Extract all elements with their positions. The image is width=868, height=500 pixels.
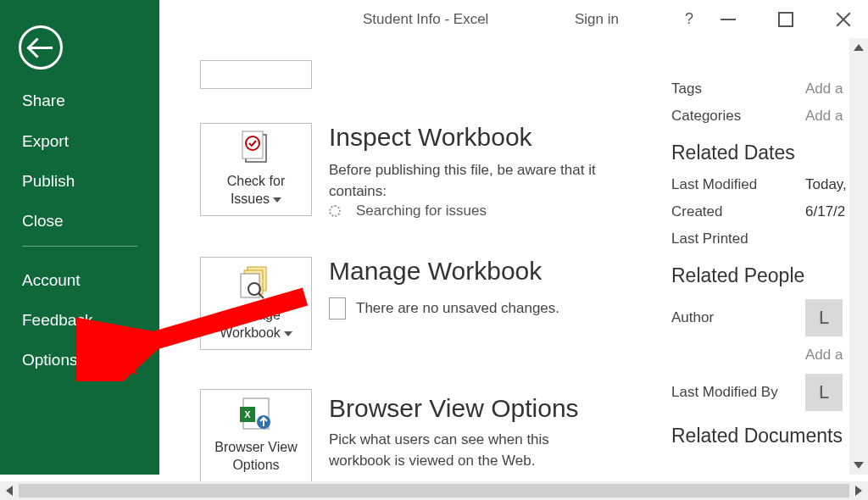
manage-workbook-heading: Manage Workbook (329, 257, 542, 286)
related-people-heading: Related People (671, 264, 868, 287)
browser-view-heading: Browser View Options (329, 394, 579, 423)
last-printed-label: Last Printed (671, 231, 805, 247)
manage-workbook-desc: There are no unsaved changes. (329, 297, 559, 319)
backstage-sidebar: Share Export Publish Close Account Feedb… (0, 0, 159, 475)
scroll-track[interactable] (19, 484, 849, 497)
sidebar-item-publish[interactable]: Publish (22, 172, 75, 191)
sign-in-link[interactable]: Sign in (575, 11, 619, 28)
check-for-issues-icon (201, 124, 311, 173)
author-label: Author (671, 309, 805, 326)
help-button[interactable]: ? (685, 10, 693, 28)
manage-workbook-label: Manage Workbook (220, 308, 281, 340)
document-icon (329, 297, 346, 319)
sidebar-item-options[interactable]: Options (22, 351, 77, 369)
chevron-down-icon (273, 197, 281, 203)
inspect-workbook-desc: Before publishing this file, be aware th… (329, 160, 609, 202)
scroll-right-button[interactable] (849, 481, 868, 500)
tags-value[interactable]: Add a (805, 81, 843, 97)
horizontal-scrollbar[interactable] (0, 481, 868, 500)
sidebar-item-account[interactable]: Account (22, 271, 81, 290)
sidebar-item-share[interactable]: Share (22, 92, 65, 110)
browser-view-options-icon: X (201, 390, 311, 439)
manage-workbook-desc-text: There are no unsaved changes. (356, 298, 559, 319)
maximize-button[interactable] (778, 12, 793, 27)
inspect-status-text: Searching for issues (356, 203, 487, 219)
related-dates-heading: Related Dates (671, 142, 868, 164)
close-button[interactable] (836, 12, 851, 27)
window-title: Student Info - Excel (363, 11, 488, 28)
categories-label: Categories (671, 108, 805, 125)
last-modified-value: Today, (805, 176, 847, 193)
manage-workbook-icon (201, 258, 311, 307)
scroll-down-button[interactable] (849, 456, 868, 475)
categories-value[interactable]: Add a (805, 108, 843, 125)
modby-avatar[interactable]: L (805, 374, 843, 411)
svg-text:X: X (244, 409, 251, 419)
main-panel: Check for Issues Inspect Workbook Before… (159, 38, 868, 475)
tags-label: Tags (671, 81, 805, 97)
check-for-issues-button[interactable]: Check for Issues (200, 123, 312, 216)
created-label: Created (671, 203, 805, 220)
created-value: 6/17/2 (805, 203, 845, 220)
related-documents-heading: Related Documents (671, 425, 868, 447)
inspect-status: Searching for issues (329, 203, 487, 219)
add-author-value[interactable]: Add a (805, 347, 843, 364)
sidebar-item-feedback[interactable]: Feedback (22, 311, 92, 330)
author-avatar[interactable]: L (805, 299, 843, 336)
last-modified-label: Last Modified (671, 176, 805, 193)
chevron-down-icon (284, 331, 292, 336)
back-button[interactable] (19, 25, 63, 69)
manage-workbook-button[interactable]: Manage Workbook (200, 257, 312, 350)
spinner-icon (329, 205, 341, 217)
browser-view-label: Browser View Options (214, 440, 298, 472)
last-modified-by-label: Last Modified By (671, 384, 805, 401)
scroll-left-button[interactable] (0, 481, 19, 500)
inspect-workbook-heading: Inspect Workbook (329, 123, 532, 152)
sidebar-item-export[interactable]: Export (22, 132, 69, 151)
browser-view-desc: Pick what users can see when this workbo… (329, 430, 609, 471)
card-partial-top[interactable] (200, 60, 312, 89)
title-bar: Student Info - Excel Sign in ? (159, 0, 868, 38)
scroll-up-button[interactable] (849, 38, 868, 57)
vertical-scrollbar[interactable] (849, 38, 868, 475)
author-spacer (671, 347, 805, 364)
sidebar-item-close[interactable]: Close (22, 212, 64, 231)
sidebar-separator (22, 246, 137, 247)
minimize-button[interactable] (721, 19, 736, 20)
browser-view-options-button[interactable]: X Browser View Options (200, 389, 312, 482)
properties-panel: Tags Add a Categories Add a Related Date… (671, 81, 868, 459)
